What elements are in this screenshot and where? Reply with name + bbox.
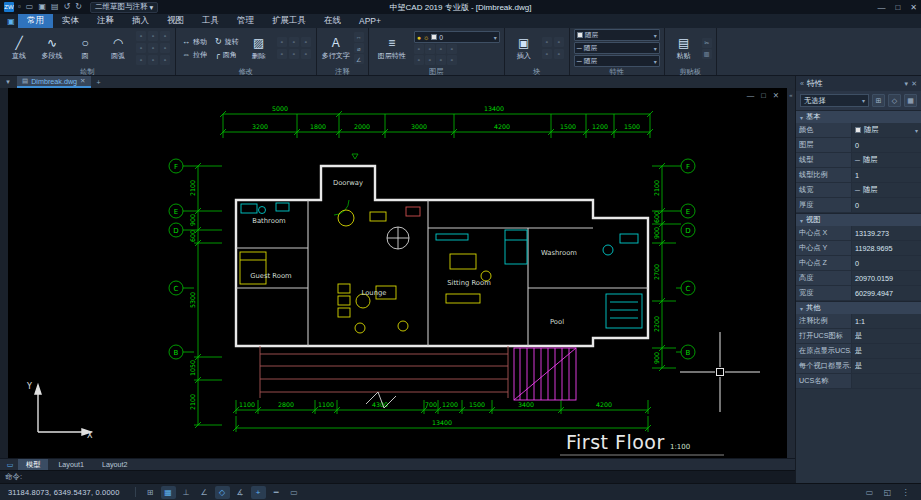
- tab-manage[interactable]: 管理: [228, 14, 263, 28]
- property-row-center-y[interactable]: 中心点 Y 11928.9695: [796, 241, 921, 256]
- draw-mini-icon[interactable]: ▫: [160, 31, 170, 41]
- layer-mini-icon[interactable]: ▫: [447, 44, 457, 54]
- viewport-button[interactable]: ▭: [862, 486, 877, 499]
- drawing-canvas[interactable]: F E D C B F E D C B 5000 13400 3200 1800…: [8, 88, 787, 458]
- fillet-button[interactable]: ╭ 圆角: [213, 48, 241, 61]
- snap-toggle[interactable]: ⊞: [143, 486, 158, 499]
- angular-dimension-icon[interactable]: ∠: [354, 54, 364, 64]
- doc-minimize-icon[interactable]: —: [747, 91, 755, 100]
- command-line[interactable]: 命令:: [0, 470, 795, 483]
- save-icon[interactable]: ▣: [38, 2, 46, 12]
- rotate-button[interactable]: ↻ 旋转: [213, 35, 241, 48]
- layer-select-dropdown[interactable]: ● ☼ 0 ▾: [414, 31, 500, 43]
- open-icon[interactable]: ▭: [26, 2, 34, 12]
- property-row-ucsicon[interactable]: 打开UCS图标 是: [796, 329, 921, 344]
- property-row-annoscale[interactable]: 注释比例 1:1: [796, 314, 921, 329]
- modify-mini-icon[interactable]: ▫: [301, 37, 311, 47]
- tab-annotate[interactable]: 注释: [88, 14, 123, 28]
- panel-collapse-icon[interactable]: «: [800, 80, 804, 87]
- mtext-button[interactable]: A 多行文字: [321, 29, 351, 67]
- draw-mini-icon[interactable]: ▫: [148, 55, 158, 65]
- linear-dimension-icon[interactable]: ↔: [354, 32, 364, 42]
- osnap-toggle[interactable]: ◇: [215, 486, 230, 499]
- panel-menu-icon[interactable]: ▾: [905, 80, 909, 88]
- modify-mini-icon[interactable]: ▫: [277, 49, 287, 59]
- tab-layout1[interactable]: Layout1: [50, 459, 92, 471]
- property-row-color[interactable]: 颜色 随层▾: [796, 123, 921, 138]
- maximize-button[interactable]: □: [895, 3, 900, 12]
- tab-home[interactable]: 常用: [18, 14, 53, 28]
- polar-toggle[interactable]: ∠: [197, 486, 212, 499]
- tab-insert[interactable]: 插入: [123, 14, 158, 28]
- model-space-toggle[interactable]: ▭: [287, 486, 302, 499]
- tab-model[interactable]: 模型: [18, 459, 48, 471]
- layer-mini-icon[interactable]: ▫: [414, 55, 424, 65]
- new-tab-icon[interactable]: +: [94, 76, 104, 88]
- modify-mini-icon[interactable]: ▫: [289, 37, 299, 47]
- tab-close-icon[interactable]: ✕: [80, 77, 85, 85]
- property-row-thickness[interactable]: 厚度 0: [796, 198, 921, 213]
- layout-nav-icon[interactable]: ▭: [4, 461, 16, 469]
- property-row-layer[interactable]: 图层 0: [796, 138, 921, 153]
- panel-collapse-strip[interactable]: «: [787, 88, 795, 458]
- modify-mini-icon[interactable]: ▫: [301, 49, 311, 59]
- move-button[interactable]: ↔ 移动: [180, 35, 209, 48]
- linetype-dropdown[interactable]: ─ 随层 ▾: [574, 42, 660, 54]
- paste-button[interactable]: ▤ 粘贴: [669, 29, 699, 67]
- layer-mini-icon[interactable]: ▫: [425, 55, 435, 65]
- otrack-toggle[interactable]: ∡: [233, 486, 248, 499]
- selection-dropdown[interactable]: 无选择 ▾: [800, 94, 869, 107]
- property-row-ucsorigin[interactable]: 在原点显示UCS.. 是: [796, 344, 921, 359]
- color-dropdown[interactable]: 随层 ▾: [574, 29, 660, 41]
- polyline-button[interactable]: ∿ 多段线: [37, 29, 67, 67]
- tab-list-icon[interactable]: ▾: [2, 76, 14, 88]
- doc-close-icon[interactable]: ✕: [773, 91, 779, 100]
- undo-icon[interactable]: ↺: [64, 2, 71, 12]
- property-row-linetype[interactable]: 线型 ─随层: [796, 153, 921, 168]
- tab-solid[interactable]: 实体: [53, 14, 88, 28]
- layer-mini-icon[interactable]: ▫: [436, 55, 446, 65]
- draw-mini-icon[interactable]: ▫: [160, 55, 170, 65]
- dyn-toggle[interactable]: +: [251, 486, 266, 499]
- ortho-toggle[interactable]: ⊥: [179, 486, 194, 499]
- circle-button[interactable]: ○ 圆: [70, 29, 100, 67]
- toggle-pickadd-icon[interactable]: ⊞: [872, 94, 885, 107]
- property-row-width[interactable]: 宽度 60299.4947: [796, 286, 921, 301]
- modify-mini-icon[interactable]: ▫: [289, 49, 299, 59]
- section-misc[interactable]: ▾ 其他: [796, 301, 921, 314]
- lineweight-dropdown[interactable]: ─ 随层 ▾: [574, 55, 660, 67]
- block-mini-icon[interactable]: ▫: [554, 37, 564, 47]
- cut-icon[interactable]: ✂: [702, 38, 712, 48]
- quick-select-icon[interactable]: ▦: [904, 94, 917, 107]
- print-icon[interactable]: ▤: [51, 2, 59, 12]
- grid-toggle[interactable]: ▦: [161, 486, 176, 499]
- lineweight-toggle[interactable]: ━: [269, 486, 284, 499]
- draw-mini-icon[interactable]: ▫: [136, 31, 146, 41]
- status-menu-button[interactable]: ⋮: [898, 486, 913, 499]
- property-row-lineweight[interactable]: 线宽 ─随层: [796, 183, 921, 198]
- property-row-height[interactable]: 高度 20970.0159: [796, 271, 921, 286]
- erase-button[interactable]: ▨ 删除: [244, 29, 274, 67]
- diameter-dimension-icon[interactable]: ⌀: [354, 43, 364, 53]
- copy-icon[interactable]: ▥: [702, 49, 712, 59]
- close-button[interactable]: ✕: [910, 3, 917, 12]
- tab-view[interactable]: 视图: [158, 14, 193, 28]
- minimize-button[interactable]: —: [877, 3, 885, 12]
- redo-icon[interactable]: ↻: [75, 2, 82, 12]
- tab-online[interactable]: 在线: [315, 14, 350, 28]
- doc-restore-icon[interactable]: □: [761, 91, 766, 100]
- tab-layout2[interactable]: Layout2: [94, 459, 136, 471]
- draw-mini-icon[interactable]: ▫: [148, 43, 158, 53]
- tab-tools[interactable]: 工具: [193, 14, 228, 28]
- file-menu-icon[interactable]: ▣: [4, 14, 18, 28]
- document-tab[interactable]: ▤ Dimbreak.dwg ✕: [17, 76, 91, 88]
- tab-express[interactable]: 扩展工具: [263, 14, 315, 28]
- fullscreen-button[interactable]: ◱: [880, 486, 895, 499]
- select-objects-icon[interactable]: ◇: [888, 94, 901, 107]
- block-mini-icon[interactable]: ▫: [554, 49, 564, 59]
- draw-mini-icon[interactable]: ▫: [160, 43, 170, 53]
- section-view[interactable]: ▾ 视图: [796, 213, 921, 226]
- layer-mini-icon[interactable]: ▫: [425, 44, 435, 54]
- insert-block-button[interactable]: ▣ 插入: [509, 29, 539, 67]
- draw-mini-icon[interactable]: ▫: [148, 31, 158, 41]
